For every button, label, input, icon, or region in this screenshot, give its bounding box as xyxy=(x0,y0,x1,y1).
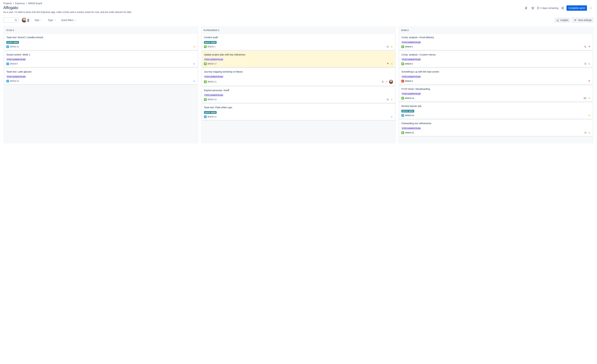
issue-key: BREW-2 xyxy=(405,46,413,48)
insights-button[interactable]: Insights xyxy=(554,17,571,23)
card[interactable]: Taste test: Latte glassesFY23 LAUNCH PLA… xyxy=(4,68,198,85)
quick-filters[interactable]: Quick filters xyxy=(60,17,78,23)
board: TO DO 3 Taste test: Round 1 (vanilla ext… xyxy=(3,26,594,143)
chevron-down-icon xyxy=(75,19,77,21)
automation-icon[interactable] xyxy=(523,5,529,11)
card[interactable]: Onboarding tour refinementsFY23 LAUNCH P… xyxy=(399,120,593,136)
estimate-badge: 5 xyxy=(584,63,587,65)
card-title: Social content: Week 1 xyxy=(6,53,196,56)
epic-label[interactable]: FY23 LAUNCH PLAN xyxy=(401,93,421,95)
issue-key: BREW-10 xyxy=(208,98,217,101)
story-icon xyxy=(204,80,207,83)
epic-label[interactable]: FY23 LAUNCH PLAN xyxy=(401,75,421,78)
priority-medium-icon xyxy=(193,45,196,48)
epic-label[interactable]: QUICK WINS xyxy=(401,110,414,112)
card[interactable]: Comp. analysis—Food deliveryFY23 LAUNCH … xyxy=(399,34,593,50)
story-icon xyxy=(401,45,404,48)
task-icon xyxy=(204,115,207,118)
epic-label[interactable]: QUICK WINS xyxy=(204,41,217,44)
estimate-badge: 4 xyxy=(386,45,389,48)
avatar-group xyxy=(22,17,31,23)
estimate-badge: 5 xyxy=(381,80,384,83)
issue-key: BREW-11 xyxy=(208,81,217,83)
epic-label[interactable]: FY23 LAUNCH PLAN xyxy=(204,58,224,61)
task-icon xyxy=(6,45,9,48)
card[interactable]: Update project plan with key milestonesF… xyxy=(202,51,395,67)
priority-low-icon xyxy=(390,115,393,118)
card[interactable]: Something's up with the load screenFY23 … xyxy=(399,68,593,85)
share-icon[interactable] xyxy=(560,5,565,11)
card-title: Taste test: Round 1 (vanilla extract) xyxy=(6,36,196,39)
svg-point-11 xyxy=(402,81,403,81)
epic-label[interactable]: FY23 LAUNCH PLAN xyxy=(6,58,26,61)
card[interactable]: Social content: Week 1FY23 LAUNCH PLANBR… xyxy=(4,51,198,67)
epic-label[interactable]: FY23 LAUNCH PLAN xyxy=(204,75,224,78)
story-icon xyxy=(204,98,207,101)
card[interactable]: Explore personas: GeoffFY23 LAUNCH PLANB… xyxy=(202,87,395,103)
breadcrumb-project[interactable]: Espresso xyxy=(15,2,25,5)
card[interactable]: Content auditQUICK WINSBREW-14 xyxy=(202,34,395,50)
clock-icon xyxy=(537,7,540,9)
complete-sprint-button[interactable]: Complete sprint xyxy=(566,5,587,11)
card-title: Taste test: Latte glasses xyxy=(6,70,196,74)
priority-high-icon xyxy=(385,80,388,83)
priority-medium-icon xyxy=(390,98,393,101)
story-icon xyxy=(401,131,404,134)
svg-point-4 xyxy=(590,8,590,8)
epic-label[interactable]: QUICK WINS xyxy=(6,41,19,44)
card-title: Something's up with the load screen xyxy=(401,70,591,74)
task-icon xyxy=(401,114,404,117)
add-people-button[interactable] xyxy=(25,17,31,23)
card[interactable]: Taste test: Flate white cupsQUICK WINSBR… xyxy=(202,104,395,120)
epic-label[interactable]: FY23 LAUNCH PLAN xyxy=(401,58,421,61)
priority-low-icon xyxy=(193,63,196,65)
chevron-down-icon xyxy=(40,19,42,21)
priority-low-icon xyxy=(193,80,196,82)
page-title: Affogato xyxy=(3,5,132,10)
breadcrumb: Projects / Espresso / BREW board xyxy=(3,2,594,5)
svg-point-6 xyxy=(592,8,592,8)
estimate-badge: 5 xyxy=(584,45,587,48)
epic-filter[interactable]: Epic xyxy=(33,17,44,23)
column-header: DONE 6 xyxy=(399,27,593,34)
card[interactable]: Taste test: Round 1 (vanilla extract)QUI… xyxy=(4,34,198,50)
epic-label[interactable]: FY23 LAUNCH PLAN xyxy=(6,75,26,78)
card-title: Onboarding tour refinements xyxy=(401,122,591,125)
card-title: Content audit xyxy=(204,36,393,39)
breadcrumb-projects[interactable]: Projects xyxy=(3,2,12,5)
breadcrumb-board[interactable]: BREW board xyxy=(28,2,42,5)
priority-medium-icon xyxy=(588,131,591,134)
card[interactable]: Review banner adsQUICK WINSBREW-20 xyxy=(399,103,593,119)
star-icon[interactable] xyxy=(530,5,535,11)
type-filter[interactable]: Type xyxy=(47,17,57,23)
task-icon xyxy=(6,80,9,82)
priority-medium-icon xyxy=(390,63,393,65)
estimate-badge: 5 xyxy=(386,98,389,101)
sliders-icon xyxy=(574,19,577,22)
svg-point-8 xyxy=(28,19,29,20)
assignee-avatar[interactable] xyxy=(389,80,393,84)
card-title: Taste test: Flate white cups xyxy=(204,106,393,109)
bug-icon xyxy=(401,80,404,82)
epic-label[interactable]: FY23 LAUNCH PLAN xyxy=(401,41,421,44)
card[interactable]: FY23 Vision: StoryboardingFY23 LAUNCH PL… xyxy=(399,86,593,102)
view-settings-button[interactable]: View settings xyxy=(572,17,594,23)
flag-icon xyxy=(387,63,389,65)
chevron-down-icon xyxy=(54,19,56,21)
card-title: Comp. analysis—Custom menus xyxy=(401,53,591,56)
epic-label[interactable]: FY23 LAUNCH PLAN xyxy=(204,94,224,96)
card[interactable]: Comp. analysis—Custom menusFY23 LAUNCH P… xyxy=(399,51,593,67)
priority-low-icon xyxy=(588,63,591,65)
column-todo: TO DO 3 Taste test: Round 1 (vanilla ext… xyxy=(3,26,199,143)
column-done: DONE 6 Comp. analysis—Food deliveryFY23 … xyxy=(398,26,594,143)
column-header: IN PROGRESS 5 xyxy=(202,27,395,34)
card-title: Explore personas: Geoff xyxy=(204,89,393,92)
search-input[interactable] xyxy=(3,17,19,23)
epic-label[interactable]: QUICK WINS xyxy=(204,111,217,114)
more-icon[interactable] xyxy=(588,5,594,11)
card[interactable]: Journey mapping workshop w/ BeanzFY23 LA… xyxy=(202,68,395,86)
column-header: TO DO 3 xyxy=(4,27,198,34)
svg-point-3 xyxy=(563,8,564,9)
epic-label[interactable]: FY23 LAUNCH PLAN xyxy=(401,127,421,130)
card-title: FY23 Vision: Storyboarding xyxy=(401,87,591,91)
